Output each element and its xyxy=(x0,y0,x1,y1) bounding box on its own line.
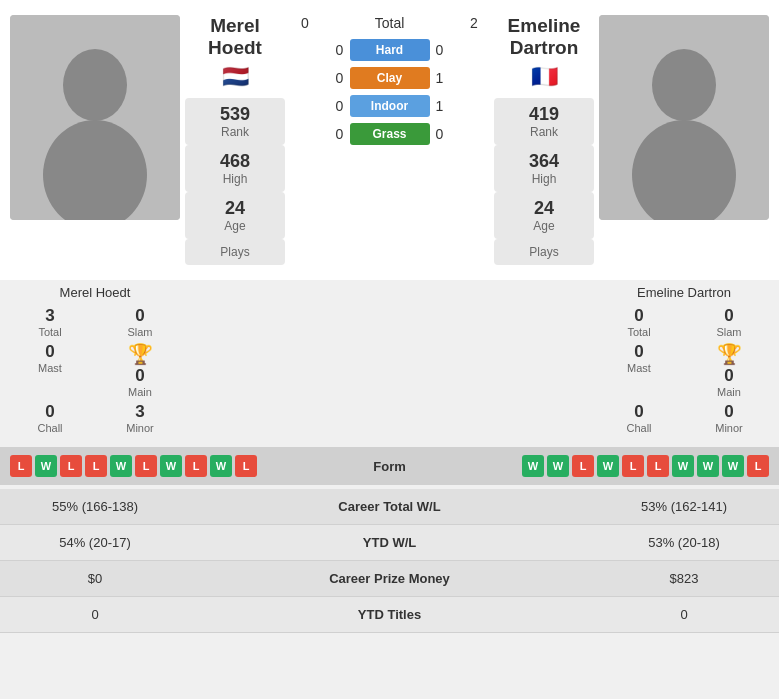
career-prize-label: Career Prize Money xyxy=(175,571,604,586)
player2-age-value: 24 xyxy=(504,198,584,219)
form-badge-w: W xyxy=(35,455,57,477)
total-row: 0 Total 2 xyxy=(295,15,484,31)
form-badge-l: L xyxy=(235,455,257,477)
surface-center: 0 Total 2 0 Hard 0 0 Clay 1 0 Indoor 1 xyxy=(290,15,489,151)
player1-name-header: Merel Hoedt xyxy=(185,15,285,59)
player2-center: Emeline Dartron 🇫🇷 419 Rank 364 High 24 … xyxy=(489,15,599,265)
ytd-titles-label: YTD Titles xyxy=(175,607,604,622)
grass-badge: Grass xyxy=(350,123,430,145)
form-badge-w: W xyxy=(210,455,232,477)
player1-high-value: 468 xyxy=(195,151,275,172)
player1-photo xyxy=(10,15,180,220)
form-badge-l: L xyxy=(572,455,594,477)
player1-plays-box: Plays xyxy=(185,239,285,265)
form-badge-l: L xyxy=(135,455,157,477)
form-badge-w: W xyxy=(110,455,132,477)
indoor-badge: Indoor xyxy=(350,95,430,117)
player2-stats-grid: 0 Total 0 Slam 0 Mast 🏆 0 Main 0 xyxy=(599,306,769,434)
form-badge-w: W xyxy=(597,455,619,477)
ytd-titles-row: 0 YTD Titles 0 xyxy=(0,597,779,633)
clay-score-p1: 0 xyxy=(330,70,350,86)
player1-age-label: Age xyxy=(195,219,275,233)
clay-row: 0 Clay 1 xyxy=(330,67,450,89)
career-prize-p2: $823 xyxy=(604,571,764,586)
form-badge-l: L xyxy=(647,455,669,477)
player1-age-value: 24 xyxy=(195,198,275,219)
career-total-row: 55% (166-138) Career Total W/L 53% (162-… xyxy=(0,489,779,525)
player2-age-label: Age xyxy=(504,219,584,233)
ytd-titles-p1: 0 xyxy=(15,607,175,622)
total-label: Total xyxy=(315,15,464,31)
player2-high-box: 364 High xyxy=(494,145,594,192)
clay-score-p2: 1 xyxy=(430,70,450,86)
ytd-wl-p2: 53% (20-18) xyxy=(604,535,764,550)
p2-trophy-icon: 🏆 xyxy=(717,342,742,366)
top-section: Merel Hoedt 🇳🇱 539 Rank 468 High 24 Age … xyxy=(0,0,779,280)
stats-section: 55% (166-138) Career Total W/L 53% (162-… xyxy=(0,489,779,633)
career-total-p2: 53% (162-141) xyxy=(604,499,764,514)
hard-score-p2: 0 xyxy=(430,42,450,58)
p1-minor-cell: 3 Minor xyxy=(100,402,180,434)
hard-score-p1: 0 xyxy=(330,42,350,58)
player1-plays-label: Plays xyxy=(195,245,275,259)
p2-trophy-main: 🏆 0 Main xyxy=(689,342,769,398)
form-badge-w: W xyxy=(547,455,569,477)
p2-total-cell: 0 Total xyxy=(599,306,679,338)
player1-center: Merel Hoedt 🇳🇱 539 Rank 468 High 24 Age … xyxy=(180,15,290,265)
player2-high-value: 364 xyxy=(504,151,584,172)
player1-age-box: 24 Age xyxy=(185,192,285,239)
grass-score-p1: 0 xyxy=(330,126,350,142)
grass-row: 0 Grass 0 xyxy=(330,123,450,145)
form-badge-l: L xyxy=(10,455,32,477)
p1-total-cell: 3 Total xyxy=(10,306,90,338)
player1-flag: 🇳🇱 xyxy=(222,64,249,90)
career-prize-row: $0 Career Prize Money $823 xyxy=(0,561,779,597)
player2-rank-value: 419 xyxy=(504,104,584,125)
svg-point-1 xyxy=(63,49,127,121)
player2-age-box: 24 Age xyxy=(494,192,594,239)
p2-mast-cell: 0 Mast xyxy=(599,342,679,398)
player1-high-box: 468 High xyxy=(185,145,285,192)
player2-form-badges: WWLWLLWWWL xyxy=(522,455,769,477)
form-badge-l: L xyxy=(747,455,769,477)
career-total-label: Career Total W/L xyxy=(175,499,604,514)
player2-high-label: High xyxy=(504,172,584,186)
ytd-titles-p2: 0 xyxy=(604,607,764,622)
form-section: LWLLWLWLWL Form WWLWLLWWWL xyxy=(0,447,779,485)
player2-plays-label: Plays xyxy=(504,245,584,259)
player1-stats-grid: 3 Total 0 Slam 0 Mast 🏆 0 Main 0 xyxy=(10,306,180,434)
p1-chall-cell: 0 Chall xyxy=(10,402,90,434)
player2-flag: 🇫🇷 xyxy=(531,64,558,90)
hard-row: 0 Hard 0 xyxy=(330,39,450,61)
player2-name-header: Emeline Dartron xyxy=(494,15,594,59)
form-badge-w: W xyxy=(672,455,694,477)
indoor-row: 0 Indoor 1 xyxy=(330,95,450,117)
player1-rank-box: 539 Rank xyxy=(185,98,285,145)
total-score-p1: 0 xyxy=(295,15,315,31)
form-badge-w: W xyxy=(160,455,182,477)
player1-rank-value: 539 xyxy=(195,104,275,125)
p1-slam-cell: 0 Slam xyxy=(100,306,180,338)
player1-form-badges: LWLLWLWLWL xyxy=(10,455,257,477)
p1-trophy-icon: 🏆 xyxy=(128,342,153,366)
player2-name-bottom: Emeline Dartron 0 Total 0 Slam 0 Mast 🏆 … xyxy=(599,285,769,434)
main-container: Merel Hoedt 🇳🇱 539 Rank 468 High 24 Age … xyxy=(0,0,779,633)
form-badge-l: L xyxy=(185,455,207,477)
total-score-p2: 2 xyxy=(464,15,484,31)
player1-high-label: High xyxy=(195,172,275,186)
player2-plays-box: Plays xyxy=(494,239,594,265)
hard-badge: Hard xyxy=(350,39,430,61)
spacer-mid xyxy=(180,285,599,434)
player2-rank-box: 419 Rank xyxy=(494,98,594,145)
form-label: Form xyxy=(373,459,406,474)
ytd-wl-row: 54% (20-17) YTD W/L 53% (20-18) xyxy=(0,525,779,561)
player2-rank-label: Rank xyxy=(504,125,584,139)
indoor-score-p2: 1 xyxy=(430,98,450,114)
ytd-wl-label: YTD W/L xyxy=(175,535,604,550)
p2-minor-cell: 0 Minor xyxy=(689,402,769,434)
p2-slam-cell: 0 Slam xyxy=(689,306,769,338)
form-badge-l: L xyxy=(622,455,644,477)
form-badge-l: L xyxy=(60,455,82,477)
form-badge-w: W xyxy=(722,455,744,477)
career-prize-p1: $0 xyxy=(15,571,175,586)
